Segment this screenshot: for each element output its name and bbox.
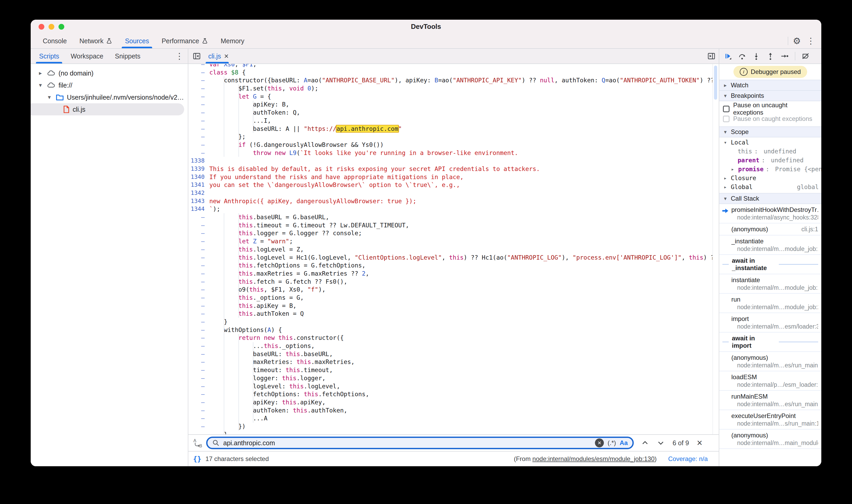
call-stack-section-header[interactable]: ▾ Call Stack <box>719 193 821 204</box>
step-into-icon[interactable] <box>752 52 760 60</box>
code-text[interactable]: this.maxRetries = G.maxRetries ?? 2, <box>209 270 713 278</box>
editor-scrollbar[interactable] <box>712 64 719 434</box>
line-gutter[interactable]: – <box>188 93 205 101</box>
code-text[interactable]: } <box>209 431 713 434</box>
code-text[interactable]: baseURL: this.baseURL, <box>209 350 713 358</box>
code-text[interactable]: this.authToken = Q <box>209 310 713 318</box>
expand-arrow-icon[interactable]: ▸ <box>722 184 729 190</box>
match-case-toggle[interactable]: Aa <box>620 439 628 447</box>
line-gutter[interactable]: – <box>188 237 205 246</box>
line-gutter[interactable]: – <box>188 390 205 398</box>
search-field[interactable]: api.anthropic.com × (.*) Aa <box>206 437 634 449</box>
tree-item-cli-js[interactable]: cli.js <box>31 103 184 115</box>
line-gutter[interactable]: – <box>188 221 205 230</box>
line-gutter[interactable]: 1339 <box>188 165 205 173</box>
code-text[interactable]: authToken: this.authToken, <box>209 407 713 415</box>
call-stack-frame[interactable]: runMainESMnode:internal/m…es/run_main:98 <box>719 391 821 410</box>
call-stack-frame[interactable]: importnode:internal/m…esm/loader:329 <box>719 313 821 332</box>
navigator-tab-workspace[interactable]: Workspace <box>65 49 109 64</box>
line-gutter[interactable]: – <box>188 302 205 310</box>
more-options-icon[interactable]: ⋮ <box>805 37 816 45</box>
code-text[interactable]: apiKey: B, <box>209 101 713 109</box>
zoom-window-button[interactable] <box>58 24 64 30</box>
settings-gear-icon[interactable]: ⚙ <box>793 36 801 46</box>
line-gutter[interactable]: 1338 <box>188 157 205 165</box>
scope-parent-row[interactable]: parent: undefined <box>719 156 821 165</box>
resume-script-icon[interactable] <box>724 52 732 60</box>
code-text[interactable]: return new this.constructor({ <box>209 334 713 342</box>
line-gutter[interactable]: – <box>188 374 205 382</box>
code-text[interactable]: o9(this, $F1, Xs0, "f"), <box>209 286 713 294</box>
line-gutter[interactable]: – <box>188 278 205 286</box>
code-text[interactable]: fetchOptions: this.fetchOptions, <box>209 390 713 398</box>
code-text[interactable]: this.logLevel = Hc1(G.logLevel, "ClientO… <box>209 254 713 262</box>
scrollbar-thumb[interactable] <box>714 66 717 100</box>
line-gutter[interactable]: – <box>188 117 205 125</box>
line-gutter[interactable]: – <box>188 382 205 391</box>
call-stack-frame[interactable]: runnode:internal/m…module_job:214 <box>719 294 821 313</box>
code-text[interactable]: constructor({baseURL: A=ao("ANTHROPIC_BA… <box>209 76 713 85</box>
call-stack-frame[interactable]: instantiatenode:internal/m…module_job:10… <box>719 274 821 294</box>
breakpoints-section-header[interactable]: ▾ Breakpoints <box>719 91 821 101</box>
line-gutter[interactable]: – <box>188 310 205 318</box>
code-text[interactable]: let G = { <box>209 93 713 101</box>
line-gutter[interactable]: – <box>188 318 205 326</box>
code-text[interactable]: if (!G.dangerouslyAllowBrowser && Ys0()) <box>209 141 713 149</box>
close-tab-icon[interactable]: × <box>224 52 229 60</box>
watch-section-header[interactable]: ▸ Watch <box>719 80 821 91</box>
deactivate-breakpoints-icon[interactable] <box>802 52 810 60</box>
code-text[interactable]: let Z = "warn"; <box>209 237 713 246</box>
code-text[interactable] <box>209 189 713 197</box>
code-text[interactable]: ...A <box>209 414 713 422</box>
collapse-arrow-icon[interactable]: ▾ <box>46 94 53 101</box>
scope-closure-row[interactable]: ▸ Closure <box>719 174 821 182</box>
line-gutter[interactable]: – <box>188 85 205 93</box>
code-text[interactable]: $F1.set(this, void 0); <box>209 85 713 93</box>
code-text[interactable]: this.timeout = G.timeout ?? Lw.DEFAULT_T… <box>209 221 713 230</box>
code-text[interactable]: If you understand the risks and have app… <box>209 173 713 181</box>
line-gutter[interactable]: – <box>188 125 205 133</box>
code-text[interactable]: class $8 { <box>209 69 713 76</box>
hide-navigator-icon[interactable] <box>193 52 201 60</box>
code-text[interactable]: this.logger = G.logger ?? console; <box>209 229 713 237</box>
close-search-icon[interactable]: × <box>697 438 703 448</box>
expand-arrow-icon[interactable]: ▸ <box>37 70 44 76</box>
pause-uncaught-checkbox[interactable] <box>723 106 729 112</box>
code-text[interactable]: logLevel: this.logLevel, <box>209 382 713 391</box>
line-gutter[interactable]: – <box>188 213 205 221</box>
scope-global-row[interactable]: ▸ Global global <box>719 182 821 192</box>
line-gutter[interactable]: – <box>188 398 205 407</box>
tab-memory[interactable]: Memory <box>214 34 250 48</box>
line-gutter[interactable]: – <box>188 229 205 237</box>
scope-local-row[interactable]: ▾ Local <box>719 138 821 147</box>
code-text[interactable]: authToken: Q, <box>209 109 713 117</box>
line-gutter[interactable]: – <box>188 286 205 294</box>
code-text[interactable]: ...this._options, <box>209 342 713 350</box>
line-gutter[interactable]: – <box>188 334 205 342</box>
minimize-window-button[interactable] <box>49 24 54 30</box>
coverage-link[interactable]: Coverage: n/a <box>668 455 708 463</box>
module-link[interactable]: node:internal/modules/esm/module_job:130 <box>533 455 655 462</box>
code-text[interactable]: this._options = G, <box>209 294 713 302</box>
line-gutter[interactable]: – <box>188 149 205 157</box>
code-editor[interactable]: –var Xs0, $F1;–class $8 {– constructor({… <box>188 64 719 434</box>
line-gutter[interactable]: 1344 <box>188 205 205 213</box>
collapse-arrow-icon[interactable]: ▾ <box>37 82 44 89</box>
code-text[interactable]: maxRetries: this.maxRetries, <box>209 358 713 366</box>
expand-arrow-icon[interactable]: ▸ <box>722 175 729 181</box>
line-gutter[interactable]: – <box>188 64 205 69</box>
line-gutter[interactable]: – <box>188 414 205 422</box>
code-text[interactable]: this.logLevel = Z, <box>209 246 713 254</box>
regex-toggle[interactable]: (.*) <box>607 439 616 447</box>
code-text[interactable] <box>209 157 713 165</box>
call-stack-frame[interactable]: loadESMnode:internal/p…/esm_loader:34 <box>719 371 821 391</box>
navigator-tab-snippets[interactable]: Snippets <box>109 49 146 64</box>
pause-caught-checkbox[interactable] <box>723 116 729 122</box>
tab-console[interactable]: Console <box>36 34 73 48</box>
code-text[interactable]: you can set the \`dangerouslyAllowBrowse… <box>209 181 713 189</box>
find-replace-icon[interactable]: AB <box>193 438 203 448</box>
code-text[interactable]: throw new L9(`It looks like you're runni… <box>209 149 713 157</box>
tree-item-no-domain[interactable]: ▸ (no domain) <box>31 67 188 79</box>
line-gutter[interactable]: – <box>188 366 205 374</box>
code-text[interactable]: this.apiKey = B, <box>209 302 713 310</box>
